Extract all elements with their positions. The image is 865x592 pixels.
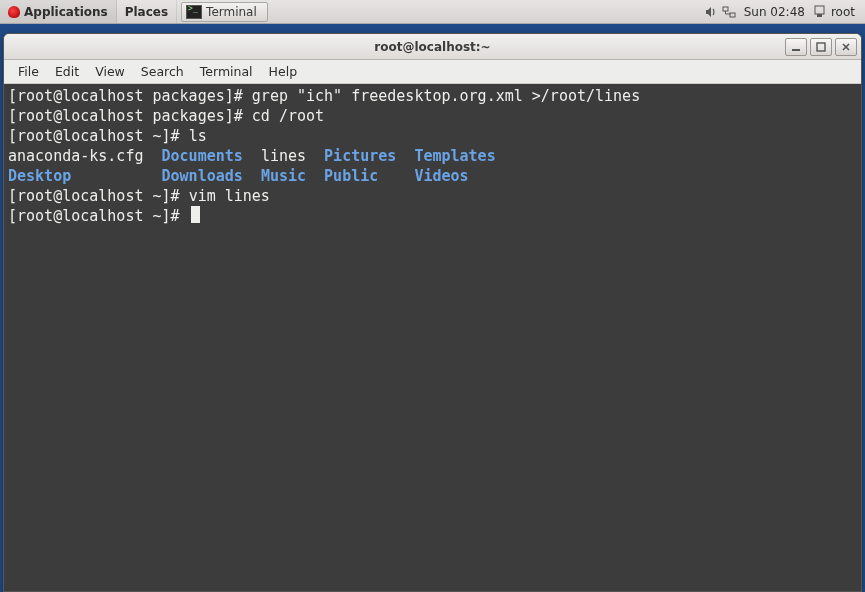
panel-right: Sun 02:48 root [702, 0, 865, 23]
svg-rect-5 [817, 43, 825, 51]
terminal-viewport[interactable]: [root@localhost packages]# grep "ich" fr… [4, 84, 861, 591]
clock-label: Sun 02:48 [744, 5, 805, 19]
window-titlebar[interactable]: root@localhost:~ [4, 34, 861, 60]
volume-icon[interactable] [702, 5, 720, 19]
places-menu[interactable]: Places [117, 0, 177, 23]
applications-label: Applications [24, 5, 108, 19]
window-title: root@localhost:~ [374, 40, 490, 54]
taskbar-terminal-label: Terminal [206, 5, 257, 19]
menu-terminal[interactable]: Terminal [192, 61, 261, 82]
distro-hat-icon [8, 6, 20, 18]
user-icon [811, 5, 829, 18]
window-buttons [785, 38, 857, 56]
ls-dir: Downloads [162, 167, 243, 185]
menu-help[interactable]: Help [261, 61, 306, 82]
terminal-icon [186, 5, 202, 19]
menu-edit[interactable]: Edit [47, 61, 87, 82]
prompt: [root@localhost ~]# [8, 127, 189, 145]
taskbar-terminal[interactable]: Terminal [181, 2, 268, 22]
ls-dir: Videos [414, 167, 468, 185]
menu-view[interactable]: View [87, 61, 133, 82]
panel-left: Applications Places Terminal [0, 0, 268, 23]
user-menu[interactable]: root [829, 5, 865, 19]
ls-dir: Pictures [324, 147, 396, 165]
svg-rect-0 [723, 7, 728, 11]
menubar: File Edit View Search Terminal Help [4, 60, 861, 84]
svg-rect-3 [817, 14, 822, 17]
terminal-window: root@localhost:~ File Edit View Search T… [3, 33, 862, 592]
applications-menu[interactable]: Applications [0, 0, 117, 23]
menu-file[interactable]: File [10, 61, 47, 82]
svg-rect-1 [730, 13, 735, 17]
clock[interactable]: Sun 02:48 [738, 5, 811, 19]
command-text: cd /root [252, 107, 324, 125]
ls-dir: Desktop [8, 167, 71, 185]
network-icon[interactable] [720, 5, 738, 19]
places-label: Places [125, 5, 168, 19]
svg-rect-2 [815, 6, 824, 14]
command-text: grep "ich" freedesktop.org.xml >/root/li… [252, 87, 640, 105]
menu-search[interactable]: Search [133, 61, 192, 82]
user-label: root [831, 5, 855, 19]
minimize-icon [791, 42, 801, 52]
prompt: [root@localhost packages]# [8, 107, 252, 125]
svg-rect-4 [792, 49, 800, 51]
prompt: [root@localhost packages]# [8, 87, 252, 105]
close-button[interactable] [835, 38, 857, 56]
ls-dir: Documents [162, 147, 243, 165]
close-icon [841, 42, 851, 52]
ls-dir: Templates [414, 147, 495, 165]
top-panel: Applications Places Terminal Sun 02:48 r… [0, 0, 865, 24]
ls-output: lines [261, 147, 324, 165]
minimize-button[interactable] [785, 38, 807, 56]
prompt: [root@localhost ~]# [8, 207, 189, 225]
ls-dir: Public [324, 167, 378, 185]
prompt: [root@localhost ~]# [8, 187, 189, 205]
maximize-icon [816, 42, 826, 52]
maximize-button[interactable] [810, 38, 832, 56]
command-text: vim lines [189, 187, 270, 205]
cursor [191, 206, 200, 223]
ls-output: anaconda-ks.cfg [8, 147, 162, 165]
ls-dir: Music [261, 167, 306, 185]
command-text: ls [189, 127, 207, 145]
